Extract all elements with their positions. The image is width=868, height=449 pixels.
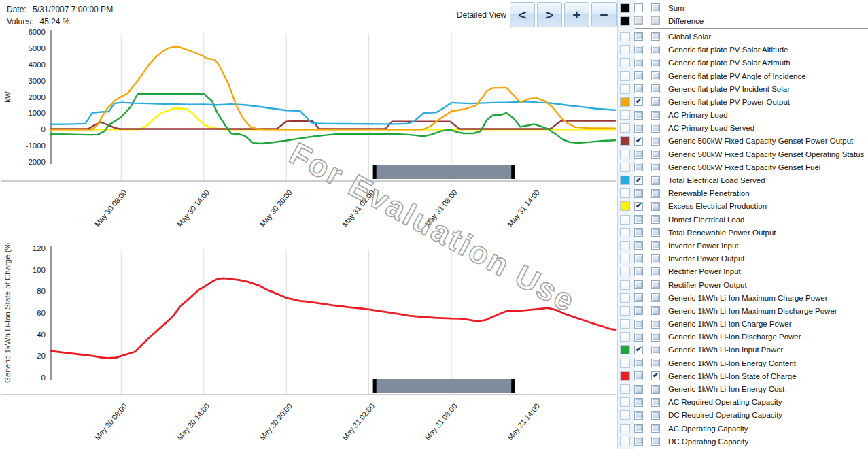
top-chart-checkbox[interactable] xyxy=(634,137,643,146)
series-color-swatch[interactable] xyxy=(620,110,630,120)
series-color-swatch[interactable] xyxy=(620,45,630,54)
top-chart-checkbox[interactable] xyxy=(634,111,643,120)
top-chart-checkbox[interactable] xyxy=(634,241,643,250)
series-color-swatch[interactable] xyxy=(620,293,630,303)
top-chart-checkbox[interactable] xyxy=(634,398,643,407)
bottom-chart-checkbox[interactable] xyxy=(651,97,660,106)
bottom-chart-checkbox[interactable] xyxy=(651,32,660,41)
series-color-swatch[interactable] xyxy=(620,306,630,316)
bottom-chart-checkbox[interactable] xyxy=(651,333,660,342)
series-color-swatch[interactable] xyxy=(620,332,630,342)
time-range-selector[interactable] xyxy=(373,165,515,179)
bottom-chart-checkbox[interactable] xyxy=(651,228,660,237)
bottom-chart-checkbox[interactable] xyxy=(651,111,660,120)
series-color-swatch[interactable] xyxy=(620,254,630,263)
bottom-chart-checkbox[interactable] xyxy=(651,137,660,146)
bottom-chart-checkbox[interactable] xyxy=(651,202,660,211)
top-chart-checkbox[interactable] xyxy=(634,306,643,315)
bottom-chart-checkbox[interactable] xyxy=(651,346,660,354)
top-chart-checkbox[interactable] xyxy=(634,424,643,433)
bottom-chart-checkbox[interactable] xyxy=(651,385,660,394)
series-color-swatch[interactable] xyxy=(620,163,630,172)
series-color-swatch[interactable] xyxy=(620,32,630,41)
range-handle-left[interactable] xyxy=(373,165,377,179)
series-color-swatch[interactable] xyxy=(620,359,630,368)
top-chart-checkbox[interactable] xyxy=(634,411,643,420)
top-chart-checkbox[interactable] xyxy=(634,32,643,41)
range-handle-right[interactable] xyxy=(511,165,515,179)
bottom-chart-checkbox[interactable] xyxy=(651,293,660,302)
bottom-chart-checkbox[interactable] xyxy=(651,424,660,433)
top-chart-checkbox[interactable] xyxy=(634,267,643,276)
series-color-swatch[interactable] xyxy=(620,97,630,107)
top-chart-checkbox[interactable] xyxy=(634,124,643,133)
top-chart-checkbox[interactable] xyxy=(634,280,643,289)
bottom-chart-checkbox[interactable] xyxy=(651,176,660,185)
bottom-chart-checkbox[interactable] xyxy=(651,398,660,407)
series-color-swatch[interactable] xyxy=(620,228,630,237)
bottom-chart-checkbox[interactable] xyxy=(651,59,660,67)
range-handle-left[interactable] xyxy=(373,379,377,393)
top-chart-checkbox[interactable] xyxy=(634,97,643,106)
bottom-chart-checkbox[interactable] xyxy=(651,241,660,250)
top-chart-checkbox[interactable] xyxy=(634,202,643,211)
top-chart-checkbox[interactable] xyxy=(634,71,643,80)
series-color-swatch[interactable] xyxy=(620,319,630,329)
bottom-chart-checkbox[interactable] xyxy=(651,3,660,12)
bottom-chart-checkbox[interactable] xyxy=(651,150,660,159)
bottom-chart-checkbox[interactable] xyxy=(651,411,660,420)
top-chart-checkbox[interactable] xyxy=(634,59,643,67)
series-color-swatch[interactable] xyxy=(620,123,630,133)
series-color-swatch[interactable] xyxy=(620,176,630,185)
top-chart-checkbox[interactable] xyxy=(634,320,643,329)
bottom-chart-checkbox[interactable] xyxy=(651,359,660,367)
top-chart-checkbox[interactable] xyxy=(634,228,643,237)
bottom-chart-checkbox[interactable] xyxy=(651,124,660,133)
bottom-chart-checkbox[interactable] xyxy=(651,215,660,224)
series-color-swatch[interactable] xyxy=(620,16,630,26)
top-chart-checkbox[interactable] xyxy=(634,189,643,198)
series-color-swatch[interactable] xyxy=(620,280,630,290)
top-chart-checkbox[interactable] xyxy=(634,385,643,394)
top-chart-checkbox[interactable] xyxy=(634,254,643,263)
top-chart-checkbox[interactable] xyxy=(634,293,643,302)
series-color-swatch[interactable] xyxy=(620,84,630,94)
bottom-chart-checkbox[interactable] xyxy=(651,280,660,289)
series-color-swatch[interactable] xyxy=(620,136,630,146)
series-color-swatch[interactable] xyxy=(620,397,630,407)
top-chart-checkbox[interactable] xyxy=(634,163,643,171)
top-chart-checkbox[interactable] xyxy=(634,3,643,12)
bottom-chart-checkbox[interactable] xyxy=(651,306,660,315)
top-chart-checkbox[interactable] xyxy=(634,150,643,159)
series-color-swatch[interactable] xyxy=(620,371,630,381)
top-chart-checkbox[interactable] xyxy=(634,215,643,224)
bottom-chart-checkbox[interactable] xyxy=(651,71,660,80)
bottom-chart-checkbox[interactable] xyxy=(651,163,660,171)
bottom-chart-checkbox[interactable] xyxy=(651,267,660,276)
bottom-chart-checkbox[interactable] xyxy=(651,189,660,198)
series-color-swatch[interactable] xyxy=(620,215,630,224)
bottom-chart-checkbox[interactable] xyxy=(651,320,660,329)
series-color-swatch[interactable] xyxy=(620,3,630,13)
top-chart-checkbox[interactable] xyxy=(634,84,643,93)
top-chart-checkbox[interactable] xyxy=(634,333,643,342)
series-color-swatch[interactable] xyxy=(620,437,630,446)
series-color-swatch[interactable] xyxy=(620,150,630,159)
series-color-swatch[interactable] xyxy=(620,71,630,81)
series-color-swatch[interactable] xyxy=(620,267,630,276)
series-color-swatch[interactable] xyxy=(620,241,630,250)
bottom-chart-checkbox[interactable] xyxy=(651,254,660,263)
bottom-chart-checkbox[interactable] xyxy=(651,84,660,93)
series-color-swatch[interactable] xyxy=(620,384,630,394)
series-color-swatch[interactable] xyxy=(620,410,630,420)
top-chart-checkbox[interactable] xyxy=(634,371,643,380)
bottom-chart-checkbox[interactable] xyxy=(651,46,660,54)
bottom-chart-checkbox[interactable] xyxy=(651,437,660,446)
series-color-swatch[interactable] xyxy=(620,188,630,198)
top-chart-checkbox[interactable] xyxy=(634,176,643,185)
series-color-swatch[interactable] xyxy=(620,424,630,433)
top-chart-checkbox[interactable] xyxy=(634,437,643,446)
range-handle-right[interactable] xyxy=(511,379,515,393)
top-chart-checkbox[interactable] xyxy=(634,346,643,354)
top-chart-checkbox[interactable] xyxy=(634,46,643,54)
